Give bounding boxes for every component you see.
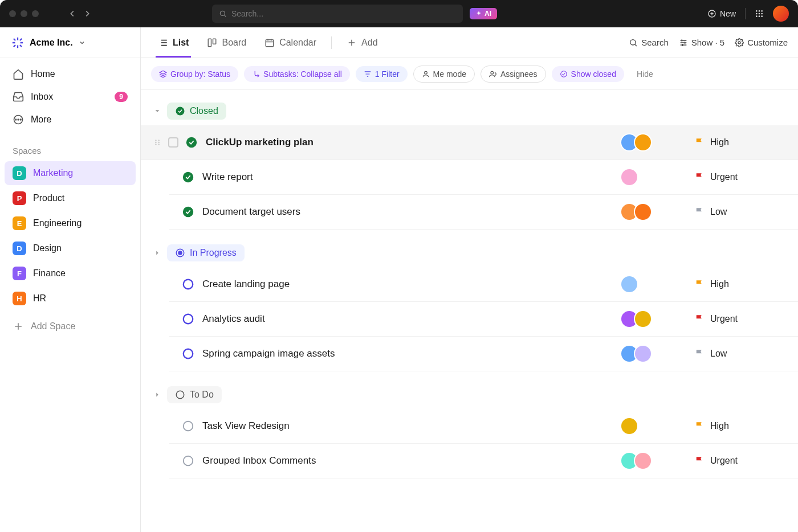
assignee-avatar[interactable] [620,275,638,293]
triangle-right-icon[interactable] [153,391,161,399]
sidebar-item-inbox[interactable]: Inbox 9 [7,85,133,108]
me-mode-chip[interactable]: Me mode [413,66,475,83]
svg-point-13 [18,119,19,120]
status-todo-icon[interactable] [182,455,194,467]
task-priority[interactable]: Low [694,207,785,217]
task-row[interactable]: Task View Redesign High [169,409,798,444]
customize-button[interactable]: Customize [735,38,788,47]
svg-point-9 [759,15,760,17]
task-priority[interactable]: High [694,421,785,431]
group-by-chip[interactable]: Group by: Status [151,66,238,82]
triangle-right-icon[interactable] [153,249,161,257]
task-priority[interactable]: High [694,279,785,289]
assignee-avatar[interactable] [620,168,638,186]
show-label: Show · 5 [691,38,724,47]
assignees-chip[interactable]: Assignees [481,66,546,83]
ai-button[interactable]: AI [470,8,497,19]
global-search[interactable] [212,5,463,23]
task-row[interactable]: Create landing page High [169,267,798,302]
subtasks-chip[interactable]: Subtasks: Collapse all [244,66,350,82]
status-progress-icon[interactable] [182,278,194,290]
drag-handle-icon[interactable] [153,138,161,146]
task-row[interactable]: Write report Urgent [169,160,798,195]
assignee-avatar[interactable] [634,133,652,152]
forward-icon[interactable] [83,10,91,18]
filter-chip[interactable]: 1 Filter [356,66,408,82]
task-assignees[interactable] [620,203,694,221]
task-row[interactable]: Document target users Low [169,195,798,230]
me-mode-label: Me mode [433,69,466,79]
assignee-avatar[interactable] [634,452,652,470]
status-todo-icon[interactable] [182,420,194,432]
task-assignees[interactable] [620,168,694,186]
status-closed-icon[interactable] [182,171,194,183]
home-label: Home [31,69,55,79]
back-icon[interactable] [68,10,76,18]
view-tab-list[interactable]: List [151,27,196,58]
minimize-window[interactable] [21,10,27,17]
apps-grid-icon[interactable] [755,9,764,18]
task-priority[interactable]: High [694,137,785,148]
add-space-button[interactable]: Add Space [5,315,136,338]
task-row[interactable]: Spring campaign image assets Low [169,337,798,371]
assignee-avatar[interactable] [634,345,652,363]
show-columns-button[interactable]: Show · 5 [679,38,724,47]
view-tab-calendar[interactable]: Calendar [258,27,323,58]
task-priority[interactable]: Urgent [694,172,785,182]
space-item-engineering[interactable]: EEngineering [5,211,136,235]
show-closed-chip[interactable]: Show closed [552,66,624,82]
sidebar-item-home[interactable]: Home [7,63,133,85]
svg-point-31 [183,172,193,182]
task-assignees[interactable] [620,452,694,470]
user-avatar[interactable] [773,6,789,22]
view-tab-board[interactable]: Board [200,27,253,58]
space-item-finance[interactable]: FFinance [5,261,136,285]
add-view-button[interactable]: Add [340,27,384,58]
task-row[interactable]: ClickUp marketing plan High [141,125,798,160]
task-priority[interactable]: Urgent [694,456,785,466]
task-assignees[interactable] [620,345,694,363]
space-item-product[interactable]: PProduct [5,186,136,210]
status-closed-icon[interactable] [185,136,198,149]
status-closed-icon[interactable] [182,206,194,218]
task-priority[interactable]: Low [694,349,785,359]
plus-circle-icon [707,9,716,18]
search-tasks-button[interactable]: Search [629,38,669,47]
workspace-name: Acme Inc. [30,38,73,48]
add-space-label: Add Space [31,321,75,332]
task-assignees[interactable] [620,310,694,328]
svg-point-4 [761,10,763,12]
triangle-down-icon[interactable] [153,107,161,115]
sidebar-item-more[interactable]: More [7,108,133,131]
status-progress-icon[interactable] [182,347,194,360]
svg-point-12 [15,119,17,120]
group-header-todo[interactable]: To Do [141,380,798,409]
close-window[interactable] [9,10,16,17]
workspace-switcher[interactable]: Acme Inc. [0,27,140,58]
svg-point-36 [184,314,193,324]
maximize-window[interactable] [32,10,39,17]
task-assignees[interactable] [620,417,694,435]
flag-icon [694,172,705,182]
group-header-closed[interactable]: Closed [141,97,798,125]
flag-icon [694,349,705,359]
assignee-avatar[interactable] [620,417,638,435]
sliders-icon [679,38,688,47]
space-item-hr[interactable]: HHR [5,287,136,310]
task-assignees[interactable] [620,133,694,152]
hide-button[interactable]: Hide [637,69,653,79]
space-item-design[interactable]: DDesign [5,236,136,260]
task-assignees[interactable] [620,275,694,293]
new-button[interactable]: New [707,9,736,18]
task-row[interactable]: Analytics audit Urgent [169,302,798,337]
status-progress-icon[interactable] [182,313,194,325]
search-input[interactable] [231,9,456,18]
space-item-marketing[interactable]: DMarketing [5,161,136,185]
window-controls [9,10,39,17]
group-header-progress[interactable]: In Progress [141,239,798,267]
assignee-avatar[interactable] [634,310,652,328]
assignee-avatar[interactable] [634,203,652,221]
task-row[interactable]: Grouped Inbox Comments Urgent [169,444,798,478]
task-priority[interactable]: Urgent [694,314,785,324]
task-checkbox[interactable] [168,137,178,148]
